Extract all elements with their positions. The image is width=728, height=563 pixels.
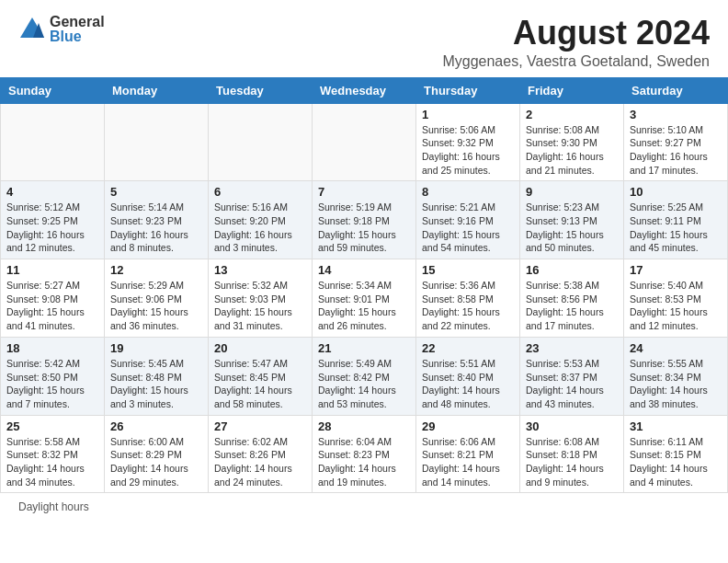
calendar-cell: 5Sunrise: 5:14 AMSunset: 9:23 PMDaylight…: [105, 181, 209, 259]
day-info: Sunrise: 5:49 AMSunset: 8:42 PMDaylight:…: [318, 357, 410, 411]
calendar-cell: 18Sunrise: 5:42 AMSunset: 8:50 PMDayligh…: [1, 337, 105, 415]
calendar-cell: 31Sunrise: 6:11 AMSunset: 8:15 PMDayligh…: [624, 415, 728, 493]
day-number: 7: [318, 185, 410, 199]
calendar-week-row: 4Sunrise: 5:12 AMSunset: 9:25 PMDaylight…: [1, 181, 728, 259]
calendar-day-header: Wednesday: [313, 77, 416, 103]
calendar-cell: 14Sunrise: 5:34 AMSunset: 9:01 PMDayligh…: [313, 259, 416, 338]
page-subtitle: Myggenaes, Vaestra Goetaland, Sweden: [442, 53, 710, 70]
day-info: Sunrise: 5:21 AMSunset: 9:16 PMDaylight:…: [422, 201, 514, 255]
calendar-cell: [313, 103, 416, 181]
day-number: 17: [630, 263, 722, 277]
day-number: 31: [630, 419, 722, 433]
calendar-day-header: Tuesday: [209, 77, 313, 103]
calendar-day-header: Monday: [105, 77, 209, 103]
day-info: Sunrise: 5:42 AMSunset: 8:50 PMDaylight:…: [6, 357, 98, 411]
day-info: Sunrise: 5:55 AMSunset: 8:34 PMDaylight:…: [630, 357, 722, 411]
day-number: 19: [110, 341, 202, 355]
day-info: Sunrise: 5:36 AMSunset: 8:58 PMDaylight:…: [422, 279, 514, 333]
day-info: Sunrise: 5:16 AMSunset: 9:20 PMDaylight:…: [214, 201, 306, 255]
day-info: Sunrise: 5:23 AMSunset: 9:13 PMDaylight:…: [526, 201, 618, 255]
calendar-cell: 12Sunrise: 5:29 AMSunset: 9:06 PMDayligh…: [105, 259, 209, 338]
day-info: Sunrise: 5:10 AMSunset: 9:27 PMDaylight:…: [630, 123, 722, 178]
logo-general: General: [50, 15, 105, 29]
day-number: 25: [6, 419, 98, 433]
day-number: 24: [630, 341, 722, 355]
calendar-cell: 17Sunrise: 5:40 AMSunset: 8:53 PMDayligh…: [624, 259, 728, 338]
day-number: 12: [110, 263, 202, 277]
calendar-cell: 10Sunrise: 5:25 AMSunset: 9:11 PMDayligh…: [624, 181, 728, 259]
calendar-cell: 21Sunrise: 5:49 AMSunset: 8:42 PMDayligh…: [313, 337, 416, 415]
day-info: Sunrise: 5:34 AMSunset: 9:01 PMDaylight:…: [318, 279, 410, 333]
logo-icon: [18, 16, 46, 43]
day-number: 10: [630, 185, 722, 199]
day-number: 20: [214, 341, 306, 355]
day-number: 6: [214, 185, 306, 199]
day-info: Sunrise: 5:32 AMSunset: 9:03 PMDaylight:…: [214, 279, 306, 333]
calendar-cell: 7Sunrise: 5:19 AMSunset: 9:18 PMDaylight…: [313, 181, 416, 259]
day-number: 4: [6, 185, 98, 199]
day-info: Sunrise: 5:58 AMSunset: 8:32 PMDaylight:…: [6, 435, 98, 489]
day-info: Sunrise: 5:40 AMSunset: 8:53 PMDaylight:…: [630, 279, 722, 333]
calendar-cell: 3Sunrise: 5:10 AMSunset: 9:27 PMDaylight…: [624, 103, 728, 181]
day-info: Sunrise: 6:02 AMSunset: 8:26 PMDaylight:…: [214, 435, 306, 489]
day-info: Sunrise: 5:19 AMSunset: 9:18 PMDaylight:…: [318, 201, 410, 255]
calendar-cell: 24Sunrise: 5:55 AMSunset: 8:34 PMDayligh…: [624, 337, 728, 415]
day-number: 1: [422, 108, 514, 121]
calendar-week-row: 11Sunrise: 5:27 AMSunset: 9:08 PMDayligh…: [1, 259, 728, 338]
calendar-cell: 29Sunrise: 6:06 AMSunset: 8:21 PMDayligh…: [416, 415, 520, 493]
title-section: August 2024 Myggenaes, Vaestra Goetaland…: [442, 15, 710, 70]
page-title: August 2024: [442, 15, 710, 52]
page-header: General Blue August 2024 Myggenaes, Vaes…: [0, 0, 728, 77]
day-info: Sunrise: 5:14 AMSunset: 9:23 PMDaylight:…: [110, 201, 202, 255]
calendar-cell: 1Sunrise: 5:06 AMSunset: 9:32 PMDaylight…: [416, 103, 520, 181]
day-number: 16: [526, 263, 618, 277]
calendar-cell: 6Sunrise: 5:16 AMSunset: 9:20 PMDaylight…: [209, 181, 313, 259]
calendar-header-row: SundayMondayTuesdayWednesdayThursdayFrid…: [1, 77, 728, 103]
calendar-week-row: 1Sunrise: 5:06 AMSunset: 9:32 PMDaylight…: [1, 103, 728, 181]
calendar-table: SundayMondayTuesdayWednesdayThursdayFrid…: [0, 77, 728, 494]
day-info: Sunrise: 5:45 AMSunset: 8:48 PMDaylight:…: [110, 357, 202, 411]
calendar-cell: [105, 103, 209, 181]
calendar-cell: 11Sunrise: 5:27 AMSunset: 9:08 PMDayligh…: [1, 259, 105, 338]
day-number: 21: [318, 341, 410, 355]
day-number: 28: [318, 419, 410, 433]
day-info: Sunrise: 5:29 AMSunset: 9:06 PMDaylight:…: [110, 279, 202, 333]
day-number: 18: [6, 341, 98, 355]
calendar-cell: 22Sunrise: 5:51 AMSunset: 8:40 PMDayligh…: [416, 337, 520, 415]
calendar-cell: 8Sunrise: 5:21 AMSunset: 9:16 PMDaylight…: [416, 181, 520, 259]
calendar-day-header: Saturday: [624, 77, 728, 103]
day-info: Sunrise: 6:04 AMSunset: 8:23 PMDaylight:…: [318, 435, 410, 489]
daylight-label: Daylight hours: [18, 500, 89, 513]
day-number: 2: [526, 108, 618, 121]
day-number: 29: [422, 419, 514, 433]
day-number: 26: [110, 419, 202, 433]
day-info: Sunrise: 5:08 AMSunset: 9:30 PMDaylight:…: [526, 123, 618, 178]
day-number: 30: [526, 419, 618, 433]
calendar-week-row: 25Sunrise: 5:58 AMSunset: 8:32 PMDayligh…: [1, 415, 728, 493]
day-number: 5: [110, 185, 202, 199]
footer: Daylight hours: [0, 493, 728, 521]
calendar-cell: 30Sunrise: 6:08 AMSunset: 8:18 PMDayligh…: [520, 415, 624, 493]
logo-blue: Blue: [50, 29, 105, 44]
day-info: Sunrise: 6:11 AMSunset: 8:15 PMDaylight:…: [630, 435, 722, 489]
day-info: Sunrise: 5:47 AMSunset: 8:45 PMDaylight:…: [214, 357, 306, 411]
day-info: Sunrise: 6:06 AMSunset: 8:21 PMDaylight:…: [422, 435, 514, 489]
calendar-day-header: Friday: [520, 77, 624, 103]
day-info: Sunrise: 5:12 AMSunset: 9:25 PMDaylight:…: [6, 201, 98, 255]
day-number: 13: [214, 263, 306, 277]
calendar-cell: 9Sunrise: 5:23 AMSunset: 9:13 PMDaylight…: [520, 181, 624, 259]
calendar-week-row: 18Sunrise: 5:42 AMSunset: 8:50 PMDayligh…: [1, 337, 728, 415]
calendar-cell: [209, 103, 313, 181]
day-info: Sunrise: 5:27 AMSunset: 9:08 PMDaylight:…: [6, 279, 98, 333]
calendar-cell: [1, 103, 105, 181]
calendar-cell: 28Sunrise: 6:04 AMSunset: 8:23 PMDayligh…: [313, 415, 416, 493]
calendar-cell: 20Sunrise: 5:47 AMSunset: 8:45 PMDayligh…: [209, 337, 313, 415]
day-info: Sunrise: 5:38 AMSunset: 8:56 PMDaylight:…: [526, 279, 618, 333]
calendar-cell: 2Sunrise: 5:08 AMSunset: 9:30 PMDaylight…: [520, 103, 624, 181]
day-info: Sunrise: 6:00 AMSunset: 8:29 PMDaylight:…: [110, 435, 202, 489]
day-info: Sunrise: 6:08 AMSunset: 8:18 PMDaylight:…: [526, 435, 618, 489]
day-info: Sunrise: 5:25 AMSunset: 9:11 PMDaylight:…: [630, 201, 722, 255]
day-number: 3: [630, 108, 722, 121]
day-info: Sunrise: 5:53 AMSunset: 8:37 PMDaylight:…: [526, 357, 618, 411]
day-info: Sunrise: 5:06 AMSunset: 9:32 PMDaylight:…: [422, 123, 514, 178]
